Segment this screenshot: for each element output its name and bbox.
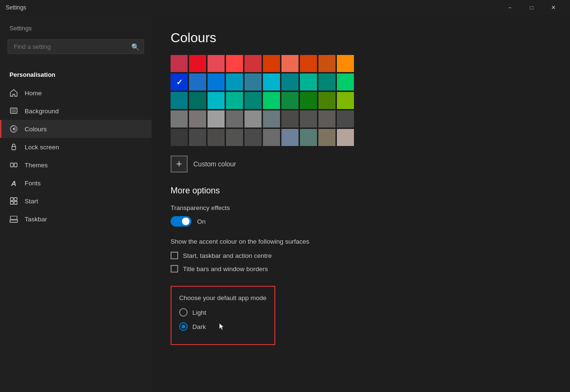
color-swatch[interactable]: [171, 129, 188, 146]
color-swatch[interactable]: [263, 129, 280, 146]
color-swatch[interactable]: [171, 55, 188, 72]
checkbox-startbar-label: Start, taskbar and action centre: [183, 252, 272, 259]
radio-light[interactable]: [179, 308, 188, 317]
colours-icon: [9, 125, 18, 133]
color-swatch[interactable]: [263, 55, 280, 72]
maximize-button[interactable]: □: [521, 0, 543, 15]
sidebar-item-taskbar[interactable]: Taskbar: [0, 210, 152, 228]
background-icon: [9, 107, 18, 115]
color-swatch[interactable]: [263, 110, 280, 128]
sidebar-item-label-fonts: Fonts: [25, 180, 41, 187]
color-swatch[interactable]: [244, 129, 262, 146]
home-icon: [9, 89, 18, 97]
color-swatch[interactable]: [318, 110, 335, 128]
color-swatch[interactable]: [208, 92, 225, 109]
color-swatch[interactable]: [189, 55, 206, 72]
svg-rect-10: [14, 201, 17, 204]
color-swatch[interactable]: [300, 92, 317, 109]
color-swatch[interactable]: [337, 55, 354, 72]
color-swatch[interactable]: [171, 92, 188, 109]
sidebar-item-label-start: Start: [25, 198, 38, 205]
color-swatch[interactable]: [226, 110, 243, 128]
color-swatch[interactable]: [226, 73, 243, 91]
color-swatch[interactable]: [171, 73, 188, 91]
fonts-icon: A: [9, 179, 18, 187]
color-swatch[interactable]: [300, 73, 317, 91]
toggle-thumb: [182, 218, 190, 225]
color-swatch[interactable]: [318, 129, 335, 146]
color-swatch[interactable]: [318, 55, 335, 72]
color-swatch[interactable]: [189, 92, 206, 109]
toggle-status: On: [197, 218, 206, 225]
color-swatch[interactable]: [281, 55, 299, 72]
color-swatch[interactable]: [337, 73, 354, 91]
color-swatch[interactable]: [263, 92, 280, 109]
color-swatch[interactable]: [208, 73, 225, 91]
color-swatch[interactable]: [226, 92, 243, 109]
color-swatch[interactable]: [263, 73, 280, 91]
color-swatch[interactable]: [281, 73, 299, 91]
sidebar: Settings 🔍 Personalisation Home Backgrou…: [0, 15, 152, 392]
radio-dark-inner: [181, 325, 185, 328]
sidebar-item-fonts[interactable]: A Fonts: [0, 174, 152, 192]
checkbox-startbar[interactable]: [171, 252, 178, 259]
custom-colour-label: Custom colour: [193, 160, 236, 168]
color-swatch[interactable]: [281, 129, 299, 146]
color-swatch[interactable]: [337, 110, 354, 128]
more-options-heading: More options: [171, 186, 551, 196]
color-swatch[interactable]: [281, 110, 299, 128]
sidebar-item-home[interactable]: Home: [0, 84, 152, 102]
color-swatch[interactable]: [318, 92, 335, 109]
color-swatch[interactable]: [244, 92, 262, 109]
color-swatch[interactable]: [208, 55, 225, 72]
title-bar: Settings − □ ✕: [0, 0, 570, 15]
color-swatch[interactable]: [337, 129, 354, 146]
sidebar-item-start[interactable]: Start: [0, 192, 152, 210]
color-grid: [171, 55, 551, 146]
plus-icon: +: [176, 158, 182, 170]
color-swatch[interactable]: [300, 110, 317, 128]
sidebar-item-colours[interactable]: Colours: [0, 120, 152, 138]
page-title: Colours: [171, 30, 551, 46]
checkbox-titlebars[interactable]: [171, 265, 178, 273]
radio-dark[interactable]: [179, 322, 188, 331]
sidebar-item-lock-screen[interactable]: Lock screen: [0, 138, 152, 156]
sidebar-item-label-colours: Colours: [25, 126, 47, 133]
color-swatch[interactable]: [226, 129, 243, 146]
color-swatch[interactable]: [318, 73, 335, 91]
svg-rect-6: [14, 163, 17, 167]
color-swatch[interactable]: [171, 110, 188, 128]
transparency-toggle-row: On: [171, 216, 551, 227]
color-swatch[interactable]: [244, 55, 262, 72]
color-swatch[interactable]: [189, 129, 206, 146]
color-swatch[interactable]: [189, 110, 206, 128]
color-swatch[interactable]: [300, 129, 317, 146]
main-layout: Settings 🔍 Personalisation Home Backgrou…: [0, 15, 570, 392]
minimize-button[interactable]: −: [499, 0, 521, 15]
color-swatch[interactable]: [226, 55, 243, 72]
sidebar-item-background[interactable]: Background: [0, 102, 152, 120]
radio-dark-row: Dark: [179, 322, 267, 331]
color-swatch[interactable]: [208, 110, 225, 128]
search-input[interactable]: [8, 39, 144, 54]
taskbar-icon: [9, 215, 18, 223]
checkbox-titlebars-label: Title bars and window borders: [183, 265, 268, 273]
sidebar-item-themes[interactable]: Themes: [0, 156, 152, 174]
color-swatch[interactable]: [189, 73, 206, 91]
color-swatch[interactable]: [208, 129, 225, 146]
sidebar-item-label-themes: Themes: [25, 162, 48, 169]
color-swatch[interactable]: [281, 92, 299, 109]
custom-colour-button[interactable]: + Custom colour: [171, 155, 551, 173]
color-swatch[interactable]: [300, 55, 317, 72]
radio-dark-label: Dark: [192, 323, 206, 330]
color-swatch[interactable]: [244, 73, 262, 91]
sidebar-item-label-taskbar: Taskbar: [25, 216, 47, 223]
transparency-label: Transparency effects: [171, 204, 551, 211]
color-swatch[interactable]: [337, 92, 354, 109]
transparency-toggle[interactable]: [171, 216, 191, 227]
sidebar-item-label-lock-screen: Lock screen: [25, 144, 59, 151]
color-swatch[interactable]: [244, 110, 262, 128]
cursor-icon: [218, 322, 225, 331]
app-mode-title: Choose your default app mode: [179, 294, 267, 301]
close-button[interactable]: ✕: [543, 0, 564, 15]
